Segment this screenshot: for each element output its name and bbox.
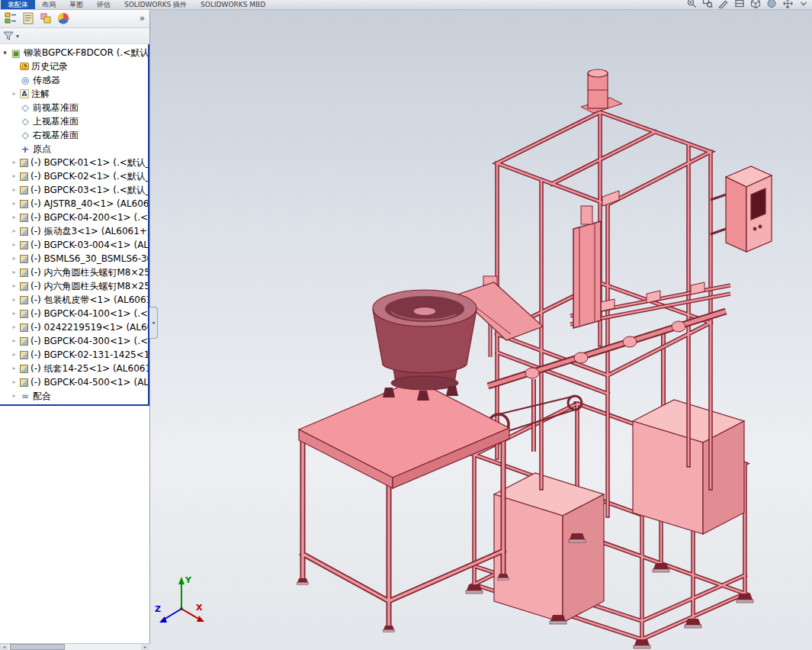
tree-item[interactable]: ▸ (-) 内六角圆柱头螺钉M8×25[ [0, 265, 148, 279]
expand-chevron-icon[interactable]: ▸ [11, 242, 18, 248]
work-table[interactable] [297, 380, 509, 632]
tree-root-item[interactable]: ▾ 铆装BGPCK-F8DCOR (.<默认_显 [0, 46, 148, 60]
tree-item[interactable]: ▸ (-) 0242219519<1> (AL6061 [0, 320, 148, 334]
tree-item-icon [20, 143, 30, 154]
tree-item[interactable]: ▸ 配合 [0, 389, 148, 403]
expand-chevron-icon[interactable]: ▾ [2, 50, 8, 56]
panel-tab-bar: » [0, 9, 149, 28]
filter-dropdown-arrow[interactable]: ▾ [16, 33, 19, 40]
tree-item[interactable]: ▸ (-) 内六角圆柱头螺钉M8×25[ [0, 279, 148, 293]
zoom-in-icon[interactable] [686, 0, 697, 9]
expand-chevron-icon[interactable]: ▸ [11, 256, 18, 262]
tree-item-label: (-) BGPCK-01<1> (.<默认_显 [30, 156, 148, 169]
tree-item-label: 配合 [33, 390, 51, 403]
tree-item[interactable]: 前视基准面 [0, 101, 148, 114]
tree-item[interactable]: ▸ (-) BGPCK-03-004<1> (AL60 [0, 238, 148, 252]
tree-item[interactable]: ▸ (-) BGPCK-02<1> (.<默认_显 [0, 169, 148, 183]
tree-item[interactable]: 原点 [0, 142, 148, 156]
expand-chevron-icon[interactable]: ▸ [11, 365, 18, 372]
solidworks-window: { "colors": { "accent_navy": "#1c3f9e", … [0, 0, 812, 650]
tree-item[interactable]: 右视基准面 [0, 128, 148, 142]
tree-item-icon [20, 63, 29, 70]
expand-chevron-icon[interactable]: ▸ [11, 311, 18, 317]
tree-root-label: 铆装BGPCK-F8DCOR (.<默认_显 [24, 47, 148, 60]
triad-y-label: Y [185, 575, 192, 585]
tree-item[interactable]: ▸ (-) BGPCK-01<1> (.<默认_显 [0, 156, 148, 169]
tree-item-icon [20, 227, 28, 236]
expand-chevron-icon[interactable]: ▸ [11, 269, 18, 275]
expand-chevron-icon[interactable]: ▸ [11, 187, 18, 193]
vertical-slide-unit[interactable] [573, 206, 601, 328]
control-box[interactable] [711, 166, 772, 252]
measure-icon[interactable] [718, 0, 729, 9]
tree-item-icon [20, 296, 28, 304]
scrollbar-thumb[interactable] [10, 644, 65, 650]
expand-chevron-icon[interactable]: ▸ [11, 352, 18, 358]
stack-cylinder[interactable] [581, 69, 622, 113]
command-tab[interactable]: 布局 [35, 0, 63, 9]
expand-chevron-icon[interactable]: ▸ [11, 379, 18, 385]
expand-chevron-icon[interactable]: ▸ [11, 173, 18, 179]
tree-item-icon [20, 255, 28, 263]
expand-chevron-icon[interactable]: ▸ [11, 338, 18, 344]
tree-horizontal-scrollbar[interactable]: ◂ ▸ [0, 643, 149, 650]
scrollbar-track[interactable] [65, 644, 141, 650]
tree-item[interactable]: 上视基准面 [0, 114, 148, 128]
propertymanager-icon[interactable] [22, 12, 34, 24]
tree-item-icon [20, 310, 28, 318]
tree-item[interactable]: ▸ (-) 纸套14-25<1> (AL6061+ [0, 362, 148, 375]
tree-item-label: (-) AJSTR8_40<1> (AL6061+ [30, 198, 148, 209]
section-view-icon[interactable] [734, 0, 745, 9]
expand-chevron-icon[interactable]: ▸ [11, 159, 18, 166]
tree-item-icon [20, 351, 28, 359]
shaded-view-icon[interactable] [766, 0, 777, 9]
command-tab[interactable]: 装配体 [1, 0, 35, 9]
expand-chevron-icon[interactable]: ▸ [11, 201, 18, 207]
panel-tabs-overflow[interactable]: » [140, 14, 145, 23]
tree-item[interactable]: 传感器 [0, 73, 148, 87]
tree-item[interactable]: ▸ 注解 [0, 87, 148, 101]
scroll-left-arrow-icon[interactable]: ◂ [0, 644, 8, 650]
zoom-window-icon[interactable] [702, 0, 713, 9]
expand-chevron-icon[interactable]: ▸ [11, 324, 18, 330]
expand-chevron-icon[interactable]: ▸ [11, 91, 18, 97]
tree-item[interactable]: ▸ (-) BGPCK-04-200<1> (.<默 [0, 211, 148, 224]
bowl-feeder[interactable] [373, 290, 477, 401]
tree-item[interactable]: ▸ (-) BGPCK-03<1> (.<默认_显 [0, 183, 148, 197]
expand-chevron-icon[interactable]: ▸ [11, 283, 18, 289]
tree-item-label: 历史记录 [31, 60, 68, 73]
command-tab[interactable]: 评估 [90, 0, 117, 9]
tree-item[interactable]: ▸ (-) BGPCK-04-500<1> (AL60 [0, 375, 148, 389]
tree-item[interactable]: ▸ (-) BGPCK-04-100<1> (.<默 [0, 307, 148, 320]
assembly-icon [11, 47, 21, 58]
wireframe-view-icon[interactable] [750, 0, 761, 9]
tree-item-icon [20, 337, 28, 346]
expand-chevron-icon[interactable]: ▸ [11, 393, 18, 399]
tree-item-label: 传感器 [33, 74, 60, 87]
expand-chevron-icon[interactable]: ▸ [11, 297, 18, 303]
tree-item[interactable]: 历史记录 [0, 60, 148, 73]
more-options-icon[interactable] [798, 0, 809, 9]
featuremanager-tree-icon[interactable] [5, 12, 17, 24]
tree-item[interactable]: ▸ (-) BGPCK-04-300<1> (.<默 [0, 334, 148, 348]
command-tab[interactable]: SOLIDWORKS 插件 [117, 0, 194, 9]
tree-filter[interactable]: ▾ [0, 28, 149, 44]
hopper-box-left[interactable] [494, 473, 604, 623]
expand-chevron-icon[interactable]: ▸ [11, 214, 18, 220]
command-tab[interactable]: 草图 [63, 0, 90, 9]
command-tab[interactable]: SOLIDWORKS MBD [194, 0, 272, 9]
tree-item[interactable]: ▸ (-) BGPCK-02-131-1425<1> [0, 348, 148, 362]
scroll-right-arrow-icon[interactable]: ▸ [141, 644, 149, 650]
tree-item-label: (-) BGPCK-03<1> (.<默认_显 [30, 184, 148, 197]
tree-item[interactable]: ▸ (-) 包装机皮带<1> (AL6061+ [0, 293, 148, 307]
panel-collapse-handle[interactable]: ◂ [149, 307, 158, 339]
view-orientation-icon[interactable] [782, 0, 793, 9]
configuration-manager-icon[interactable] [40, 12, 52, 24]
tree-item-icon [20, 186, 28, 195]
expand-chevron-icon[interactable]: ▸ [11, 228, 18, 234]
tree-item[interactable]: ▸ (-) AJSTR8_40<1> (AL6061+ [0, 197, 148, 211]
tree-item-label: 上视基准面 [33, 115, 79, 128]
display-manager-icon[interactable] [57, 12, 69, 24]
tree-item[interactable]: ▸ (-) BSMLS6_30_BSMLS6-30 [0, 252, 148, 265]
tree-item[interactable]: ▸ (-) 振动盘3<1> (AL6061+无电 [0, 224, 148, 238]
